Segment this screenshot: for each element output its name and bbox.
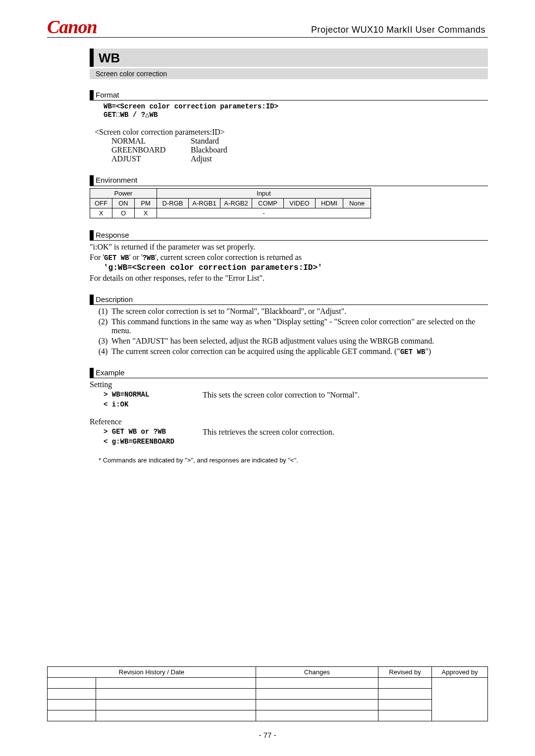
- param-row: ADJUSTAdjust: [95, 154, 488, 163]
- section-environment-heading: Environment: [90, 175, 488, 186]
- resp-l2-mid: ' or ': [129, 253, 143, 261]
- brand-logo: Canon: [47, 17, 97, 36]
- param-id: NORMAL: [95, 137, 191, 146]
- env-input-val: -: [157, 208, 371, 218]
- ex-desc: This sets the screen color correction to…: [203, 391, 488, 400]
- rev-cell: [96, 689, 256, 700]
- rev-cell: [256, 710, 378, 721]
- desc4-cmd: GET WB: [400, 348, 425, 356]
- rev-h2: Changes: [256, 667, 378, 678]
- rev-cell: [48, 700, 96, 710]
- env-val: X: [135, 208, 157, 218]
- rev-cell: [48, 710, 96, 721]
- desc-text: The screen color correction is set to "N…: [111, 307, 488, 316]
- desc-item: (1)The screen color correction is set to…: [95, 307, 488, 316]
- env-input-label: Input: [157, 188, 371, 198]
- param-desc: Adjust: [191, 154, 212, 163]
- rev-cell: [96, 710, 256, 721]
- format-line1: WB=<Screen color correction parameters:I…: [90, 102, 488, 110]
- revision-table: Revision History / Date Changes Revised …: [47, 666, 488, 721]
- rev-cell: [96, 678, 256, 689]
- env-col: HDMI: [316, 198, 343, 208]
- page: Canon Projector WUX10 MarkII User Comman…: [0, 0, 535, 756]
- response-line: For details on other responses, refer to…: [90, 274, 488, 283]
- command-subtitle: Screen color correction: [90, 68, 488, 79]
- response-line3: 'g:WB=<Screen color correction parameter…: [90, 263, 488, 272]
- rev-cell: [378, 700, 432, 710]
- rev-cell: [378, 689, 432, 700]
- section-format-body: WB=<Screen color correction parameters:I…: [90, 102, 488, 163]
- env-col: A-RGB1: [189, 198, 220, 208]
- example-row: > GET WB or ?WBThis retrieves the screen…: [90, 428, 488, 437]
- command-title: WB: [90, 49, 488, 67]
- example-row: < g:WB=GREENBOARD: [90, 438, 488, 446]
- format-line2-post: WB: [149, 111, 158, 119]
- env-val: X: [90, 208, 112, 218]
- example-footnote: * Commands are indicated by ">", and res…: [90, 456, 488, 464]
- desc-num: (3): [95, 337, 111, 346]
- rev-cell: [256, 689, 378, 700]
- ex-resp: < i:OK: [90, 401, 203, 408]
- env-val: O: [112, 208, 135, 218]
- environment-table: Power Input OFF ON PM D-RGB A-RGB1 A-RGB…: [90, 188, 371, 218]
- desc-item: (4) The current screen color correction …: [95, 347, 488, 356]
- desc-num: (1): [95, 307, 111, 316]
- rev-h4: Approved by: [432, 667, 488, 678]
- param-desc: Blackboard: [191, 146, 227, 154]
- section-description-heading: Description: [90, 295, 488, 305]
- example-reference-label: Reference: [90, 417, 488, 426]
- desc4-post: "): [425, 347, 431, 355]
- resp-l2-pre: For ': [90, 253, 104, 261]
- section-format-heading: Format: [90, 90, 488, 101]
- section-example-heading: Example: [90, 368, 488, 378]
- section-response-heading: Response: [90, 230, 488, 241]
- rev-cell: [256, 678, 378, 689]
- rev-h3: Revised by: [378, 667, 432, 678]
- env-power-label: Power: [90, 188, 157, 198]
- format-line2: GETWB / ?WB: [90, 110, 488, 119]
- page-header: Canon Projector WUX10 MarkII User Comman…: [47, 17, 488, 38]
- env-col: D-RGB: [157, 198, 189, 208]
- format-params: <Screen color correction parameters:ID> …: [90, 128, 488, 163]
- section-example-body: Setting > WB=NORMALThis sets the screen …: [90, 380, 488, 464]
- content-area: WB Screen color correction Format WB=<Sc…: [47, 49, 488, 464]
- desc-num: (4): [95, 347, 111, 356]
- response-line: For 'GET WB' or '?WB', current screen co…: [90, 253, 488, 262]
- rev-cell: [378, 710, 432, 721]
- ex-cmd: > WB=NORMAL: [90, 391, 203, 400]
- ex-cmd: > GET WB or ?WB: [90, 428, 203, 437]
- desc-item: (2)This command functions in the same wa…: [95, 317, 488, 335]
- format-line2-pre: GET: [104, 111, 116, 119]
- example-row: < i:OK: [90, 401, 488, 408]
- env-col: VIDEO: [284, 198, 316, 208]
- env-col: ON: [112, 198, 135, 208]
- desc4-pre: The current screen color correction can …: [111, 347, 400, 355]
- square-icon: [116, 111, 120, 119]
- format-line2-mid: WB / ?: [120, 111, 145, 119]
- desc-text: This command functions in the same way a…: [111, 317, 488, 335]
- param-id: ADJUST: [95, 154, 191, 163]
- env-col: PM: [135, 198, 157, 208]
- env-col: OFF: [90, 198, 112, 208]
- response-line: "i:OK" is returned if the parameter was …: [90, 243, 488, 252]
- rev-cell: [378, 678, 432, 689]
- rev-cell: [48, 689, 96, 700]
- section-response-body: "i:OK" is returned if the parameter was …: [90, 243, 488, 283]
- rev-cell: [48, 678, 96, 689]
- env-col: None: [343, 198, 371, 208]
- example-row: > WB=NORMALThis sets the screen color co…: [90, 391, 488, 400]
- param-row: GREENBOARDBlackboard: [95, 146, 488, 154]
- desc-text: When "ADJUST" has been selected, adjust …: [111, 337, 488, 346]
- desc-num: (2): [95, 317, 111, 335]
- rev-h1: Revision History / Date: [48, 667, 256, 678]
- resp-l2-cmd2: ?WB: [143, 254, 155, 262]
- format-param-heading: <Screen color correction parameters:ID>: [95, 128, 488, 137]
- param-row: NORMALStandard: [95, 137, 488, 146]
- env-col: COMP: [252, 198, 284, 208]
- section-environment-body: Power Input OFF ON PM D-RGB A-RGB1 A-RGB…: [90, 188, 488, 218]
- param-id: GREENBOARD: [95, 146, 191, 154]
- ex-desc: This retrieves the screen color correcti…: [203, 428, 488, 437]
- desc-text: The current screen color correction can …: [111, 347, 488, 356]
- section-description-body: (1)The screen color correction is set to…: [90, 307, 488, 356]
- resp-l2-post: ', current screen color correction is re…: [155, 253, 302, 261]
